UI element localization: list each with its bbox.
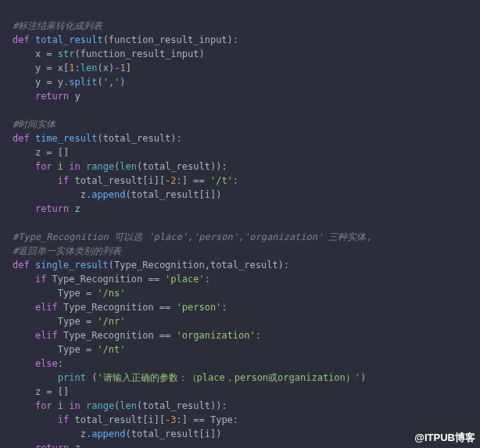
- method: append: [91, 189, 125, 200]
- string: '/t': [210, 175, 233, 186]
- punct: :: [75, 63, 81, 73]
- punct: :: [205, 274, 210, 285]
- punct: (: [103, 34, 109, 45]
- string: 'person': [177, 302, 222, 313]
- punct: ): [360, 372, 366, 383]
- number: 1: [120, 63, 125, 73]
- var: total_result: [74, 175, 142, 186]
- param: Type_Recognition: [114, 260, 205, 271]
- punct: :: [221, 302, 227, 313]
- string: ',': [103, 77, 120, 88]
- keyword-return: return: [35, 203, 69, 214]
- string: '/ns': [97, 288, 125, 299]
- op: =: [41, 147, 58, 158]
- var: Type: [210, 414, 233, 425]
- func-name: total_result: [35, 34, 103, 45]
- string: '请输入正确的参数：（place，person或organization）': [97, 372, 360, 383]
- code-editor: #标注结果转化成列表 def total_result(function_res…: [0, 0, 480, 448]
- punct: :]: [177, 175, 188, 186]
- keyword-else: else: [35, 358, 58, 369]
- keyword-in: in: [69, 161, 80, 172]
- var: function_result_input: [81, 48, 199, 59]
- op: =: [81, 288, 98, 299]
- comment-line: #返回单一实体类别的列表: [13, 246, 121, 256]
- var: Type_Recognition: [63, 302, 154, 313]
- number: 1: [69, 63, 74, 73]
- comment-line: #Type_Recognition 可以选 'place','person','…: [13, 231, 372, 242]
- punct: :: [284, 260, 289, 271]
- punct: ): [170, 133, 176, 144]
- punct: :: [58, 358, 63, 369]
- var: x: [58, 63, 63, 73]
- keyword-elif: elif: [35, 302, 58, 313]
- op: ==: [188, 175, 210, 186]
- keyword-def: def: [13, 34, 30, 45]
- punct: :: [256, 330, 261, 341]
- punct: ): [216, 189, 221, 200]
- string: '/nt': [97, 344, 125, 355]
- punct: :: [233, 34, 238, 45]
- var: total_result: [131, 189, 199, 200]
- string: 'organization': [177, 330, 256, 341]
- op: =: [41, 386, 58, 397]
- punct: []: [58, 147, 69, 158]
- var: total_result: [74, 414, 142, 425]
- var: total_result: [142, 400, 210, 411]
- string: '/nr': [97, 316, 125, 327]
- var: i: [58, 400, 63, 411]
- keyword-elif: elif: [35, 330, 58, 341]
- var: Type: [58, 344, 81, 355]
- keyword-def: def: [13, 260, 30, 271]
- var: Type: [58, 288, 81, 299]
- keyword-def: def: [13, 133, 30, 144]
- builtin: len: [120, 161, 137, 172]
- keyword-for: for: [35, 400, 52, 411]
- var: i: [58, 161, 63, 172]
- punct: ): [216, 428, 221, 439]
- punct: (: [126, 428, 131, 439]
- punct: [: [199, 428, 204, 439]
- param: function_result_input: [109, 34, 227, 45]
- punct: ): [278, 260, 284, 271]
- var: total_result: [142, 161, 210, 172]
- punct: (: [75, 48, 81, 59]
- op: ==: [142, 274, 165, 285]
- punct: :: [221, 161, 227, 172]
- punct: (: [97, 63, 102, 73]
- watermark: @ITPUB博客: [414, 431, 475, 445]
- keyword-in: in: [69, 400, 80, 411]
- keyword-if: if: [58, 175, 69, 186]
- comment-line: #时间实体: [13, 119, 56, 130]
- punct: ,: [205, 260, 210, 271]
- punct: [: [199, 189, 204, 200]
- var: z: [81, 189, 86, 200]
- number: 3: [170, 414, 176, 425]
- var: y: [75, 91, 81, 102]
- var: z: [75, 203, 81, 214]
- func-name: time_result: [35, 133, 97, 144]
- punct: ): [120, 77, 125, 88]
- builtin: str: [58, 48, 75, 59]
- var: i: [148, 175, 153, 186]
- punct: ): [199, 48, 204, 59]
- method: split: [69, 77, 97, 88]
- punct: []: [58, 386, 69, 397]
- var: i: [205, 428, 210, 439]
- punct: (: [97, 133, 102, 144]
- op: =: [41, 63, 58, 73]
- string: 'place': [165, 274, 205, 285]
- op: ==: [154, 330, 177, 341]
- op: =: [81, 344, 98, 355]
- var: Type: [58, 316, 81, 327]
- builtin: len: [120, 400, 137, 411]
- punct: (: [126, 189, 131, 200]
- punct: [-: [159, 175, 170, 186]
- var: Type_Recognition: [63, 330, 154, 341]
- punct: :]: [177, 414, 188, 425]
- op: =: [81, 316, 98, 327]
- number: 2: [170, 175, 176, 186]
- op: ==: [154, 302, 177, 313]
- punct: ]: [126, 63, 131, 73]
- var: i: [148, 414, 153, 425]
- op: ==: [188, 414, 210, 425]
